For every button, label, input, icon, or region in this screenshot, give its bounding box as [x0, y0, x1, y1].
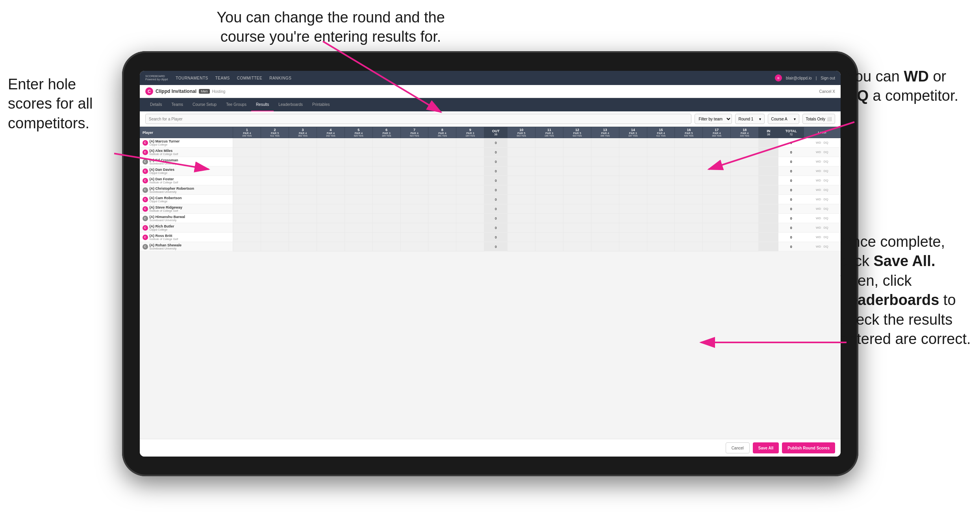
- score-input-11[interactable]: [536, 158, 563, 165]
- score-input-1[interactable]: [233, 168, 260, 175]
- score-input-3[interactable]: [289, 187, 316, 194]
- score-input-9[interactable]: [457, 177, 484, 184]
- score-hole-6[interactable]: [372, 204, 400, 214]
- score-hole-3[interactable]: [289, 242, 317, 251]
- score-hole-18[interactable]: [731, 223, 759, 233]
- score-hole-16[interactable]: [675, 166, 703, 176]
- nav-tournaments[interactable]: TOURNAMENTS: [176, 76, 208, 80]
- score-input-13[interactable]: [592, 196, 619, 203]
- wd-button[interactable]: WD: [815, 141, 822, 145]
- score-input-12[interactable]: [564, 243, 591, 250]
- score-hole-16[interactable]: [675, 157, 703, 166]
- score-hole-13[interactable]: [591, 242, 619, 251]
- score-input-15[interactable]: [648, 234, 674, 241]
- score-hole-10[interactable]: [508, 204, 535, 214]
- score-input-5[interactable]: [345, 149, 372, 156]
- score-input-10[interactable]: [508, 158, 535, 165]
- score-input-18[interactable]: [731, 224, 758, 231]
- score-input-4[interactable]: [317, 168, 344, 175]
- score-input-14[interactable]: [620, 196, 647, 203]
- score-hole-10[interactable]: [508, 242, 535, 251]
- score-input-1[interactable]: [233, 196, 260, 203]
- score-input-17[interactable]: [703, 177, 730, 184]
- score-hole-16[interactable]: [675, 185, 703, 195]
- score-hole-14[interactable]: [619, 138, 647, 148]
- score-hole-1[interactable]: [233, 195, 261, 204]
- score-hole-11[interactable]: [535, 233, 563, 242]
- score-hole-2[interactable]: [261, 223, 289, 233]
- score-hole-11[interactable]: [535, 138, 563, 148]
- score-input-12[interactable]: [564, 196, 591, 203]
- score-input-18[interactable]: [731, 215, 758, 222]
- score-hole-9[interactable]: [456, 148, 484, 157]
- score-hole-3[interactable]: [289, 176, 317, 185]
- score-hole-12[interactable]: [563, 233, 591, 242]
- score-input-1[interactable]: [233, 224, 260, 231]
- score-input-18[interactable]: [731, 139, 758, 146]
- score-hole-11[interactable]: [535, 242, 563, 251]
- score-input-6[interactable]: [373, 168, 400, 175]
- score-input-5[interactable]: [345, 224, 372, 231]
- score-input-1[interactable]: [233, 149, 260, 156]
- score-input-5[interactable]: [345, 243, 372, 250]
- score-input-8[interactable]: [429, 149, 456, 156]
- dq-button[interactable]: DQ: [823, 169, 829, 173]
- score-hole-8[interactable]: [428, 242, 456, 251]
- tab-course-setup[interactable]: Course Setup: [188, 98, 221, 111]
- score-hole-5[interactable]: [345, 223, 372, 233]
- score-hole-4[interactable]: [317, 185, 345, 195]
- score-hole-13[interactable]: [591, 233, 619, 242]
- score-input-10[interactable]: [508, 149, 535, 156]
- score-hole-17[interactable]: [703, 223, 731, 233]
- score-hole-12[interactable]: [563, 185, 591, 195]
- score-input-6[interactable]: [373, 158, 400, 165]
- score-hole-17[interactable]: [703, 157, 731, 166]
- score-input-12[interactable]: [564, 187, 591, 194]
- score-input-3[interactable]: [289, 177, 316, 184]
- score-input-8[interactable]: [429, 234, 456, 241]
- score-hole-4[interactable]: [317, 166, 345, 176]
- score-hole-5[interactable]: [345, 138, 372, 148]
- score-hole-18[interactable]: [731, 176, 759, 185]
- score-hole-12[interactable]: [563, 242, 591, 251]
- score-hole-6[interactable]: [372, 185, 400, 195]
- score-hole-2[interactable]: [261, 204, 289, 214]
- dq-button[interactable]: DQ: [823, 216, 829, 220]
- score-hole-2[interactable]: [261, 214, 289, 223]
- score-input-2[interactable]: [261, 234, 288, 241]
- score-hole-6[interactable]: [372, 214, 400, 223]
- score-input-9[interactable]: [457, 224, 484, 231]
- score-hole-7[interactable]: [400, 233, 428, 242]
- score-hole-10[interactable]: [508, 214, 535, 223]
- score-input-9[interactable]: [457, 196, 484, 203]
- score-hole-1[interactable]: [233, 233, 261, 242]
- score-hole-1[interactable]: [233, 157, 261, 166]
- score-hole-11[interactable]: [535, 195, 563, 204]
- score-input-11[interactable]: [536, 215, 563, 222]
- score-hole-8[interactable]: [428, 223, 456, 233]
- score-input-11[interactable]: [536, 139, 563, 146]
- dq-button[interactable]: DQ: [823, 244, 829, 249]
- score-hole-9[interactable]: [456, 185, 484, 195]
- score-input-12[interactable]: [564, 177, 591, 184]
- score-hole-4[interactable]: [317, 138, 345, 148]
- score-hole-8[interactable]: [428, 166, 456, 176]
- score-input-10[interactable]: [508, 168, 535, 175]
- score-hole-4[interactable]: [317, 204, 345, 214]
- score-hole-6[interactable]: [372, 166, 400, 176]
- score-hole-18[interactable]: [731, 195, 759, 204]
- score-input-3[interactable]: [289, 149, 316, 156]
- score-input-17[interactable]: [703, 168, 730, 175]
- tab-leaderboards[interactable]: Leaderboards: [274, 98, 308, 111]
- score-input-4[interactable]: [317, 149, 344, 156]
- score-input-18[interactable]: [731, 205, 758, 213]
- score-input-8[interactable]: [429, 224, 456, 231]
- score-hole-3[interactable]: [289, 148, 317, 157]
- score-input-5[interactable]: [345, 187, 372, 194]
- score-hole-15[interactable]: [647, 148, 675, 157]
- score-hole-9[interactable]: [456, 204, 484, 214]
- score-hole-1[interactable]: [233, 214, 261, 223]
- score-input-15[interactable]: [648, 139, 674, 146]
- score-hole-17[interactable]: [703, 148, 731, 157]
- score-hole-10[interactable]: [508, 138, 535, 148]
